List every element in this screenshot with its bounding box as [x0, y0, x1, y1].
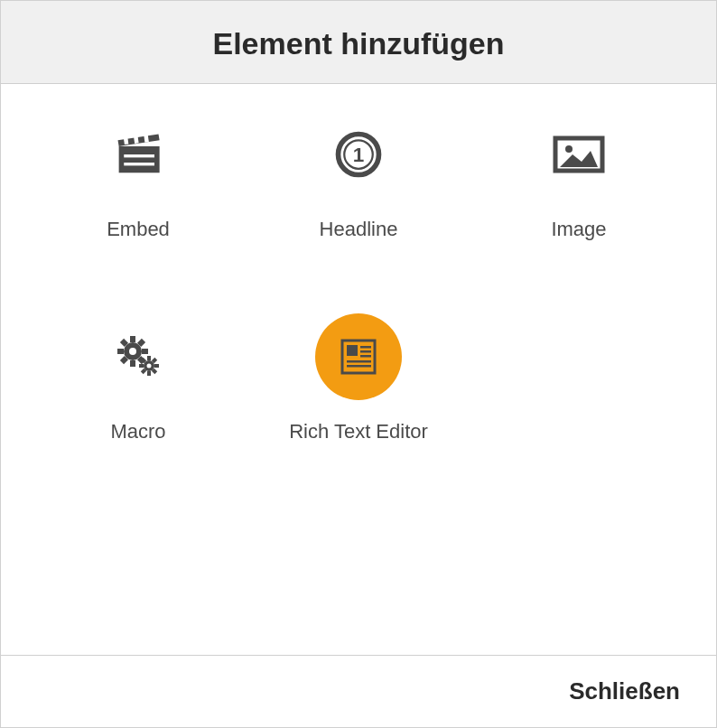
element-rich-text-editor[interactable]: Rich Text Editor: [257, 313, 460, 443]
element-label: Headline: [320, 218, 398, 241]
dialog-content: Embed 1 Headline: [1, 84, 716, 655]
gears-icon: [95, 313, 182, 400]
svg-point-22: [147, 364, 152, 369]
svg-rect-13: [130, 336, 135, 342]
svg-rect-37: [347, 365, 371, 368]
newspaper-icon: [315, 313, 402, 400]
picture-icon: [535, 111, 622, 198]
add-element-dialog: Element hinzufügen: [0, 0, 717, 728]
element-grid: Embed 1 Headline: [37, 111, 680, 443]
element-headline[interactable]: 1 Headline: [257, 111, 460, 241]
svg-rect-14: [130, 360, 135, 367]
svg-rect-34: [360, 350, 371, 353]
svg-rect-25: [139, 364, 144, 368]
element-macro[interactable]: Macro: [37, 313, 239, 443]
clapperboard-icon: [95, 111, 182, 198]
svg-rect-23: [147, 356, 151, 360]
svg-rect-33: [360, 346, 371, 349]
svg-point-12: [129, 348, 136, 355]
dialog-title: Element hinzufügen: [1, 26, 716, 61]
dialog-footer: Schließen: [1, 655, 716, 727]
empty-cell: [478, 313, 680, 443]
svg-rect-26: [154, 364, 159, 368]
svg-rect-15: [117, 349, 124, 354]
svg-point-10: [565, 145, 573, 153]
svg-rect-3: [119, 146, 160, 173]
close-button[interactable]: Schließen: [569, 677, 680, 705]
element-embed[interactable]: Embed: [37, 111, 239, 241]
svg-rect-24: [147, 371, 151, 376]
element-label: Macro: [110, 420, 165, 443]
svg-rect-36: [347, 360, 371, 363]
svg-text:1: 1: [353, 144, 365, 166]
svg-rect-35: [360, 355, 371, 358]
element-label: Rich Text Editor: [289, 420, 428, 443]
dialog-header: Element hinzufügen: [1, 1, 716, 83]
svg-rect-16: [142, 349, 148, 354]
circle-one-icon: 1: [315, 111, 402, 198]
svg-rect-5: [124, 163, 154, 165]
element-label: Image: [551, 218, 606, 241]
svg-rect-32: [347, 345, 358, 356]
element-image[interactable]: Image: [478, 111, 680, 241]
element-label: Embed: [107, 218, 170, 241]
svg-rect-4: [124, 154, 154, 157]
